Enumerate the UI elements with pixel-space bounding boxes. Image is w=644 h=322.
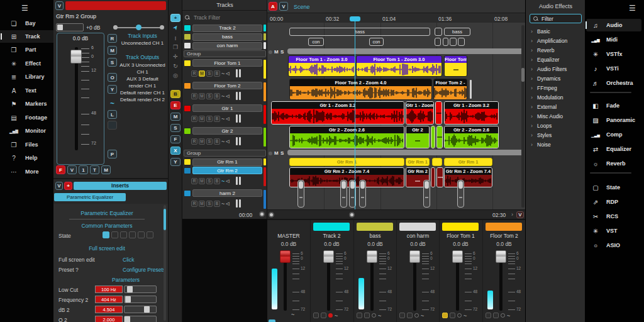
clip-floor-tom-2[interactable]: Floor Tom 2 - Zoom 4.0 [289, 79, 432, 100]
eq-scrollbar-thumb[interactable] [164, 209, 166, 230]
track-row-con-harm[interactable]: con harm [184, 42, 266, 50]
monitor-dot[interactable] [414, 313, 419, 318]
record-dot[interactable] [328, 313, 333, 318]
state-checkbox[interactable] [147, 231, 153, 238]
bypass-button[interactable]: B [214, 70, 220, 77]
fader-cap[interactable] [496, 250, 506, 263]
y-button[interactable]: Y [108, 85, 117, 94]
clip-gtr-1-small[interactable] [435, 101, 442, 125]
scroll-handle[interactable] [269, 212, 274, 218]
sidebar-item-track[interactable]: ⊞Track [0, 30, 53, 43]
f-button[interactable]: F [56, 165, 65, 174]
o-button[interactable]: O [108, 73, 117, 82]
effects-tree-item[interactable]: ›Audio Filters [526, 65, 585, 74]
right-item-audio[interactable]: ♫Audio [586, 19, 641, 31]
strip-checkbox[interactable] [407, 313, 413, 318]
track-color-chip[interactable] [184, 25, 191, 31]
wave-icon[interactable]: ~ [221, 179, 225, 183]
slider-thumb[interactable] [125, 316, 130, 322]
speaker-icon[interactable]: ◁ [226, 202, 229, 206]
inserts-collapse-button[interactable]: V [55, 182, 63, 190]
speaker-icon[interactable]: ◁ [226, 140, 229, 143]
effects-tree-item[interactable]: ›Basic [526, 27, 585, 36]
f-mode-button[interactable]: F [170, 135, 180, 143]
solo-button[interactable]: S [206, 201, 213, 207]
right-item-rdp[interactable]: ⇗RDP [586, 196, 641, 208]
solo-button[interactable]: S [108, 58, 117, 67]
group-bar[interactable] [287, 48, 524, 54]
right-item-asio[interactable]: ○ASIO [586, 239, 641, 252]
clip-harm-2-stub[interactable] [359, 180, 366, 208]
param-value[interactable]: 404 Hz [95, 296, 123, 303]
group-solo-label[interactable]: S [280, 150, 284, 156]
solo-button[interactable]: S [206, 93, 213, 99]
right-item-comp[interactable]: ▁▃▅Comp [586, 128, 641, 141]
wave-icon[interactable]: ~ [421, 314, 424, 318]
mute-button[interactable]: M [199, 93, 205, 99]
wave-icon[interactable]: ~ [221, 72, 225, 75]
effects-tree-item[interactable]: ›Dynamics [526, 74, 585, 83]
right-item-midi[interactable]: ▂▄▆Midi [586, 33, 641, 46]
clip-empty[interactable] [450, 38, 457, 46]
state-checkbox[interactable] [120, 231, 127, 238]
effects-tree-item[interactable]: ›Misc Audio [526, 112, 585, 121]
clip-floor-tom-1[interactable]: Floor Tom [444, 55, 467, 77]
m-mode-button[interactable]: M [170, 113, 180, 121]
mute-button[interactable]: M [199, 138, 205, 145]
wave-icon[interactable]: ~ [221, 117, 225, 121]
bypass-button[interactable]: B [214, 93, 220, 99]
inserts-header[interactable]: Inserts [74, 182, 167, 190]
timeline-scrollbar[interactable]: 02:30 › V [267, 209, 525, 219]
slider-thumb[interactable] [144, 306, 150, 313]
pen-tool-icon[interactable]: ✛ [170, 53, 180, 60]
monitor-dot[interactable] [372, 313, 376, 318]
bypass-button[interactable]: B [214, 116, 220, 122]
effects-tree-item[interactable]: ›Noise [526, 140, 585, 149]
timeline-content[interactable]: bass bass con con M S Floor Tom 1 - Zoom… [267, 23, 525, 209]
slider-thumb[interactable] [127, 286, 133, 292]
sidebar-item-bay[interactable]: ❏Bay [0, 17, 53, 30]
group-solo-label[interactable]: S [280, 49, 284, 55]
b-mode-button[interactable]: B [170, 90, 180, 98]
clip-con[interactable]: con [308, 38, 324, 46]
speaker-icon[interactable]: ◁ [226, 179, 229, 183]
clip-gtr-1[interactable]: Gtr 1 - Zoom [406, 101, 434, 125]
cursor-tool-icon[interactable]: ➤ [170, 21, 181, 33]
right-item-reverb[interactable]: ☼Reverb [586, 157, 641, 170]
pan-dot-left[interactable] [113, 25, 118, 30]
scene-label[interactable]: Scene [294, 4, 310, 10]
right-item-vsti[interactable]: ♪VSTi [586, 62, 641, 75]
m-button[interactable]: M [101, 165, 111, 174]
blank-button[interactable] [108, 121, 117, 130]
sidebar-item-help[interactable]: ?Help [0, 152, 53, 164]
v-button[interactable]: V [67, 165, 77, 174]
sidebar-item-files[interactable]: ❐Files [0, 138, 53, 151]
mute-button[interactable]: M [199, 201, 205, 207]
clip-empty[interactable] [435, 38, 441, 46]
scroll-arrow-icon[interactable]: › [511, 211, 513, 218]
solo-button[interactable]: S [206, 116, 213, 122]
sidebar-item-effect[interactable]: ✳Effect [0, 57, 53, 70]
track-row-bass[interactable]: bass [184, 33, 266, 41]
monitor-dot[interactable] [501, 313, 505, 318]
sidebar-item-part[interactable]: ❒Part [0, 43, 53, 56]
monitor-dot[interactable] [457, 313, 462, 318]
group-bar[interactable] [287, 150, 524, 155]
clip-gtr-rm-1[interactable]: Gtr Rm 1 [406, 158, 430, 166]
wave-icon[interactable]: ~ [378, 314, 381, 318]
clip-bass[interactable]: bass [444, 28, 470, 36]
playhead-handle[interactable] [350, 16, 360, 21]
param-value[interactable]: 4.504 [95, 306, 123, 313]
pan-dot-center[interactable] [136, 25, 142, 30]
mute-button[interactable]: M [199, 70, 205, 77]
strip-checkbox[interactable] [357, 313, 362, 318]
clip-gtr-2[interactable]: Gtr 2 [406, 126, 430, 148]
clip-bass[interactable]: bass [289, 28, 430, 36]
sidebar-item-footage[interactable]: ▤Footage [0, 111, 53, 124]
full-screen-edit-link[interactable]: Full screen edit [53, 245, 160, 252]
row-value-link[interactable]: Configure Presets [123, 267, 165, 273]
clip-gtr-2[interactable]: Gtr 2 - Zoom 2.6 [444, 126, 499, 148]
e-mode-button[interactable]: E [170, 101, 180, 109]
strip-checkbox[interactable] [313, 313, 319, 318]
group-row[interactable]: Group [184, 150, 266, 157]
